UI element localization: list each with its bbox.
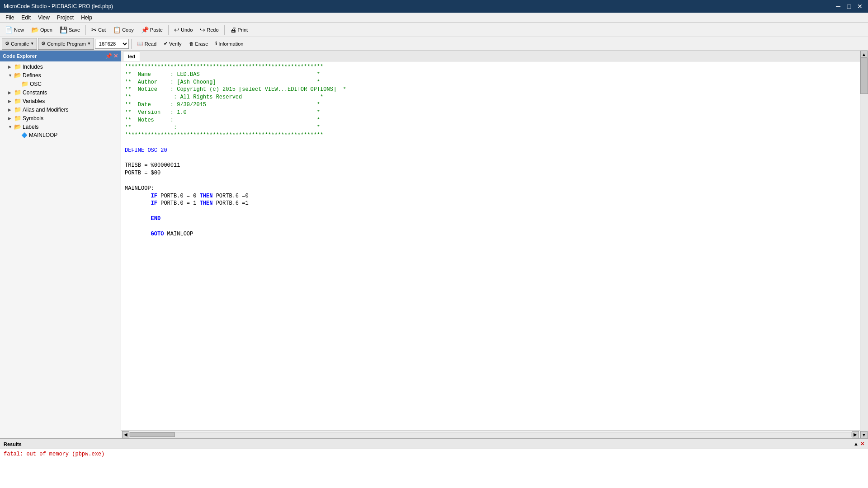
erase-button[interactable]: 🗑 Erase <box>186 38 212 50</box>
menu-help[interactable]: Help <box>77 14 96 22</box>
hscroll-thumb[interactable] <box>130 432 175 437</box>
labels-label: Labels <box>23 124 38 130</box>
mainloop-label: MAINLOOP <box>29 132 57 138</box>
sidebar-close-icon[interactable]: ✕ <box>113 53 118 59</box>
constants-label: Constants <box>23 89 47 96</box>
copy-button[interactable]: 📋 Copy <box>110 24 137 36</box>
new-label: New <box>14 27 24 33</box>
results-header-controls: ▲ ✕ <box>854 441 864 447</box>
toolbar2-sep-1 <box>131 39 132 49</box>
results-panel: Results ▲ ✕ fatal: out of memory (pbpw.e… <box>0 438 868 488</box>
results-content: fatal: out of memory (pbpw.exe) <box>0 449 868 488</box>
constants-arrow: ▶ <box>8 90 13 95</box>
compile-program-arrow-icon: ▼ <box>87 42 91 46</box>
hscroll-right-button[interactable]: ▶ <box>852 431 859 438</box>
new-icon: 📄 <box>5 26 13 33</box>
menu-edit[interactable]: Edit <box>18 14 34 22</box>
close-button[interactable]: ✕ <box>855 2 864 11</box>
hscroll-left-button[interactable]: ◀ <box>122 431 129 438</box>
results-close-icon[interactable]: ✕ <box>860 441 864 447</box>
maximize-button[interactable]: □ <box>844 2 854 11</box>
toolbar-sep-1 <box>85 25 86 35</box>
symbols-folder-icon: 📁 <box>14 115 21 122</box>
sidebar-item-mainloop[interactable]: 🔷 MAINLOOP <box>1 131 120 139</box>
results-title: Results <box>4 441 22 447</box>
cut-button[interactable]: ✂ Cut <box>88 24 109 36</box>
variables-arrow: ▶ <box>8 99 13 103</box>
compile-arrow-icon: ▼ <box>30 42 34 46</box>
title-bar-controls: ─ □ ✕ <box>834 2 864 11</box>
device-select[interactable]: 16F628 16F84A 16F877A <box>95 39 129 49</box>
tab-led-label: led <box>128 54 135 59</box>
sidebar-pin-icon[interactable]: 📌 <box>105 53 112 59</box>
includes-label: Includes <box>23 64 43 70</box>
undo-label: Undo <box>181 27 193 33</box>
information-icon: ℹ <box>215 41 217 47</box>
sidebar-item-osc[interactable]: 📁 OSC <box>1 80 120 88</box>
variables-folder-icon: 📁 <box>14 98 21 104</box>
new-button[interactable]: 📄 New <box>2 24 27 36</box>
content-area: Code Explorer 📌 ✕ ▶ 📁 Includes ▼ 📂 Defin <box>0 51 868 438</box>
osc-label: OSC <box>30 81 42 87</box>
tab-led[interactable]: led <box>123 51 140 61</box>
sidebar-item-symbols[interactable]: ▶ 📁 Symbols <box>1 114 120 122</box>
redo-button[interactable]: ↪ Redo <box>197 24 222 36</box>
hscroll-track[interactable] <box>129 432 852 437</box>
right-scrollbar: ▲ ▼ <box>860 51 868 438</box>
editor-area: led '***********************************… <box>121 51 860 438</box>
toolbar-sep-2 <box>168 25 169 35</box>
compile-dropdown-button[interactable]: ⚙ Compile ▼ <box>2 38 37 50</box>
redo-icon: ↪ <box>200 26 205 33</box>
menu-project[interactable]: Project <box>53 14 77 22</box>
sidebar-item-variables[interactable]: ▶ 📁 Variables <box>1 97 120 105</box>
sidebar-item-alias[interactable]: ▶ 📁 Alias and Modifiers <box>1 105 120 114</box>
undo-icon: ↩ <box>174 26 179 33</box>
symbols-arrow: ▶ <box>8 116 13 121</box>
toolbar: 📄 New 📂 Open 💾 Save ✂ Cut 📋 Copy 📌 Paste… <box>0 23 868 37</box>
cut-icon: ✂ <box>91 26 97 33</box>
sidebar-header-controls: 📌 ✕ <box>105 53 118 59</box>
sidebar-item-labels[interactable]: ▼ 📂 Labels <box>1 122 120 131</box>
menu-view[interactable]: View <box>34 14 53 22</box>
results-expand-icon[interactable]: ▲ <box>854 441 859 447</box>
compile-program-button[interactable]: ⚙ Compile Program ▼ <box>38 38 94 50</box>
menu-file[interactable]: File <box>2 14 18 22</box>
information-button[interactable]: ℹ Information <box>212 38 246 50</box>
code-editor[interactable]: '***************************************… <box>121 61 860 430</box>
menu-bar: File Edit View Project Help <box>0 13 868 23</box>
vscroll-thumb[interactable] <box>860 58 868 94</box>
defines-label: Defines <box>23 72 41 79</box>
variables-label: Variables <box>23 98 45 104</box>
mainloop-file-icon: 🔷 <box>21 132 28 138</box>
editor-tabs: led <box>121 51 860 61</box>
sidebar-item-includes[interactable]: ▶ 📁 Includes <box>1 62 120 71</box>
save-button[interactable]: 💾 Save <box>57 24 83 36</box>
sidebar-header: Code Explorer 📌 ✕ <box>0 51 121 61</box>
copy-icon: 📋 <box>113 26 121 33</box>
toolbar2: ⚙ Compile ▼ ⚙ Compile Program ▼ 16F628 1… <box>0 37 868 51</box>
verify-button[interactable]: ✔ Verify <box>160 38 185 50</box>
paste-label: Paste <box>150 27 163 33</box>
compile-icon: ⚙ <box>5 41 9 47</box>
title-bar: MicroCode Studio - PICBASIC PRO (led.pbp… <box>0 0 868 13</box>
erase-icon: 🗑 <box>189 41 194 47</box>
paste-button[interactable]: 📌 Paste <box>138 24 166 36</box>
information-label: Information <box>218 41 243 47</box>
undo-button[interactable]: ↩ Undo <box>171 24 196 36</box>
minimize-button[interactable]: ─ <box>834 2 843 11</box>
symbols-label: Symbols <box>23 115 43 122</box>
main: Code Explorer 📌 ✕ ▶ 📁 Includes ▼ 📂 Defin <box>0 51 868 488</box>
vscroll-track[interactable] <box>860 58 868 431</box>
print-label: Print <box>238 27 248 33</box>
erase-label: Erase <box>195 41 208 47</box>
sidebar-title: Code Explorer <box>3 53 37 59</box>
vscroll-down-button[interactable]: ▼ <box>860 431 868 438</box>
sidebar-item-defines[interactable]: ▼ 📂 Defines <box>1 71 120 80</box>
sidebar-item-constants[interactable]: ▶ 📁 Constants <box>1 88 120 97</box>
cut-label: Cut <box>98 27 106 33</box>
vscroll-up-button[interactable]: ▲ <box>860 51 868 58</box>
save-label: Save <box>69 27 80 33</box>
read-button[interactable]: 📖 Read <box>134 38 160 50</box>
print-button[interactable]: 🖨 Print <box>227 24 251 36</box>
open-button[interactable]: 📂 Open <box>28 24 56 36</box>
